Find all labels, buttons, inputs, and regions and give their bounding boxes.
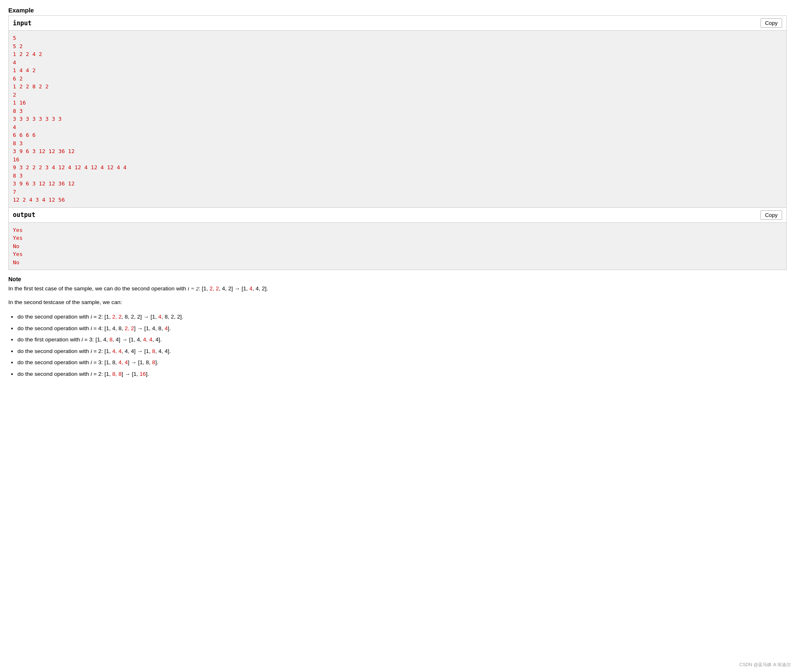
note-bullet-5: do the second operation with i = 3: [1, … xyxy=(17,357,787,368)
input-block: input Copy 5 5 2 1 2 2 4 2 4 1 4 4 2 6 2… xyxy=(8,15,787,208)
note-para1-prefix: In the first test case of the sample, we… xyxy=(8,285,188,292)
note-para1-arr2: [1, xyxy=(240,285,249,292)
note-bullet-list: do the second operation with i = 2: [1, … xyxy=(8,312,787,380)
output-copy-button[interactable]: Copy xyxy=(761,210,782,220)
input-label: input xyxy=(13,19,32,27)
note-title: Note xyxy=(8,276,787,282)
note-para1-colon: : [1, xyxy=(199,285,210,292)
output-block: output Copy Yes Yes No Yes No xyxy=(8,207,787,270)
example-section: Example input Copy 5 5 2 1 2 2 4 2 4 1 4… xyxy=(8,7,787,270)
note-section: Note In the first test case of the sampl… xyxy=(8,276,787,380)
note-para1-red2: 4 xyxy=(249,285,253,292)
input-header: input Copy xyxy=(9,16,786,31)
output-label: output xyxy=(13,211,35,219)
note-bullet-1: do the second operation with i = 2: [1, … xyxy=(17,312,787,322)
output-content: Yes Yes No Yes No xyxy=(9,223,786,270)
note-para2: In the second testcase of the sample, we… xyxy=(8,298,787,307)
output-header: output Copy xyxy=(9,208,786,223)
input-copy-button[interactable]: Copy xyxy=(761,18,782,28)
note-para1-math: i = 2 xyxy=(188,285,198,292)
note-bullet-4: do the second operation with i = 2: [1, … xyxy=(17,346,787,357)
note-bullet-2: do the second operation with i = 4: [1, … xyxy=(17,323,787,334)
note-para1-mid: , 4, 2] xyxy=(219,285,234,292)
note-bullet-6: do the second operation with i = 2: [1, … xyxy=(17,369,787,380)
note-bullet-3: do the first operation with i = 3: [1, 4… xyxy=(17,334,787,345)
note-para1: In the first test case of the sample, we… xyxy=(8,284,787,294)
note-para1-arrow: → xyxy=(234,285,240,292)
note-para1-end: , 4, 2]. xyxy=(253,285,268,292)
note-para1-red1: 2, 2 xyxy=(210,285,219,292)
example-title: Example xyxy=(8,7,787,14)
input-content: 5 5 2 1 2 2 4 2 4 1 4 4 2 6 2 1 2 2 8 2 … xyxy=(9,31,786,207)
